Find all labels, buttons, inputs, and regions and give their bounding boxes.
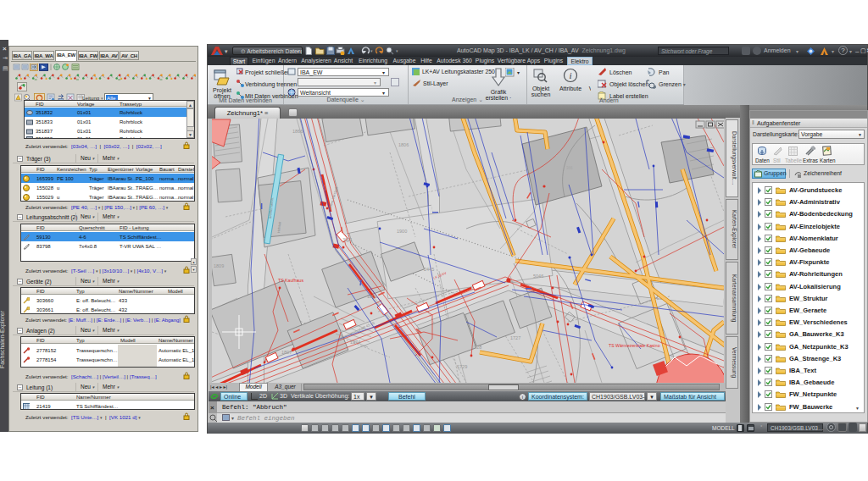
svg-text:i: i — [522, 395, 523, 400]
svg-text:1729: 1729 — [457, 364, 467, 369]
svg-text:366: 366 — [566, 166, 573, 170]
svg-text:2445: 2445 — [424, 267, 434, 272]
svg-text:1727: 1727 — [510, 335, 520, 340]
svg-text:1806: 1806 — [398, 142, 409, 147]
svg-text:1807: 1807 — [281, 350, 292, 355]
svg-text:1866: 1866 — [292, 129, 303, 134]
svg-text:1809: 1809 — [214, 263, 224, 268]
svg-text:i: i — [569, 70, 571, 80]
svg-text:1900: 1900 — [397, 229, 407, 234]
svg-text:1974: 1974 — [350, 340, 360, 345]
svg-text:5046: 5046 — [533, 274, 543, 279]
svg-text:1728: 1728 — [471, 345, 481, 350]
svg-text:TS Kaufhaus: TS Kaufhaus — [278, 278, 303, 283]
svg-text:TS Wärmezentrale Kasino: TS Wärmezentrale Kasino — [609, 343, 660, 348]
svg-text:1806: 1806 — [367, 294, 377, 299]
svg-text:3011: 3011 — [342, 237, 353, 242]
